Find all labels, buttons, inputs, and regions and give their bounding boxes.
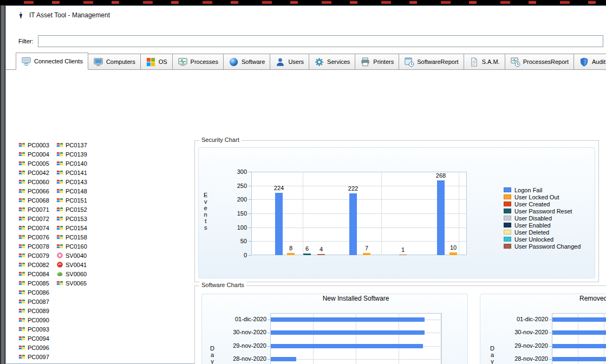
list-item[interactable]: SV0065 — [56, 278, 87, 288]
windows-flag-icon — [18, 141, 25, 148]
list-item[interactable]: PC0074 — [18, 223, 49, 232]
list-item[interactable]: PC0151 — [56, 196, 87, 205]
list-item[interactable]: PC0066 — [18, 186, 49, 196]
list-item[interactable]: PC0005 — [18, 159, 49, 168]
client-name: PC0071 — [28, 206, 49, 213]
list-item[interactable]: PC0096 — [18, 343, 49, 352]
list-item[interactable]: PC0160 — [56, 242, 87, 251]
tab-processes[interactable]: Processes — [173, 54, 224, 70]
list-item[interactable]: PC0140 — [56, 159, 87, 168]
legend-item: User Locked Out — [504, 194, 581, 200]
list-item[interactable]: PC0158 — [56, 232, 87, 242]
app-icon — [17, 11, 25, 20]
y-axis-title-letter: E — [204, 192, 207, 198]
list-item[interactable]: PC0079 — [18, 251, 49, 260]
filter-input[interactable] — [38, 35, 604, 47]
list-item[interactable]: PC0085 — [18, 278, 49, 288]
tab-software[interactable]: Software — [224, 54, 270, 70]
list-item[interactable]: PC0082 — [18, 260, 49, 269]
y-axis-tick — [249, 227, 251, 228]
list-item[interactable]: PC0154 — [56, 223, 87, 232]
windows-flag-icon — [56, 169, 63, 176]
windows-flag-icon — [18, 280, 25, 287]
tab-audit[interactable]: Audit — [574, 54, 606, 70]
list-item[interactable]: PC0003 — [18, 140, 49, 150]
y-axis-title: Days — [210, 345, 214, 364]
list-item[interactable]: SV0040 — [56, 251, 87, 260]
gridline — [441, 313, 442, 364]
chart-bar — [449, 252, 457, 255]
tab-os[interactable]: OS — [141, 54, 173, 70]
y-axis-title-letter: a — [491, 352, 494, 358]
list-item[interactable]: PC0094 — [18, 334, 49, 343]
list-item[interactable]: PC0084 — [18, 269, 49, 278]
list-item[interactable]: PC0152 — [56, 205, 87, 214]
y-axis-tick — [549, 359, 552, 360]
y-axis-title-letter: t — [205, 218, 206, 224]
list-item[interactable]: PC0068 — [18, 196, 49, 205]
list-item[interactable]: PC0060 — [18, 177, 49, 186]
monitor-icon — [93, 57, 103, 67]
tab-connected-clients[interactable]: Connected Clients — [16, 53, 88, 70]
windows-flag-icon — [18, 160, 25, 167]
tab-s-a-m[interactable]: S.A.M. — [464, 54, 505, 70]
windows-flag-icon — [18, 215, 25, 222]
window-title: IT Asset Tool - Management — [29, 11, 110, 19]
windows-flag-icon — [18, 206, 25, 213]
legend-label: User Locked Out — [514, 194, 559, 200]
list-item[interactable]: PC0078 — [18, 242, 49, 251]
top-strip-red-dashes — [0, 1, 606, 4]
list-item[interactable]: PC0139 — [56, 150, 87, 159]
list-item[interactable]: PC0004 — [18, 150, 49, 159]
legend-item: User Disabled — [504, 215, 581, 221]
list-item[interactable]: PC0086 — [18, 288, 49, 297]
client-name: PC0090 — [28, 317, 49, 323]
legend-item: User Password Changed — [504, 243, 581, 249]
tab-services[interactable]: Services — [309, 54, 355, 70]
y-axis-tick-label: 250 — [230, 183, 247, 189]
tab-users[interactable]: Users — [270, 54, 309, 70]
title-bar[interactable]: IT Asset Tool - Management — [6, 6, 606, 24]
list-item[interactable]: PC0089 — [18, 306, 49, 315]
windows-flag-icon — [18, 178, 25, 185]
list-item[interactable]: PC0087 — [18, 297, 49, 306]
list-item[interactable]: PC0137 — [56, 140, 87, 150]
pink-ring-icon — [56, 252, 63, 259]
windows-flag-icon — [56, 233, 63, 240]
list-item[interactable]: PC0076 — [18, 232, 49, 242]
monitor-pulse-icon — [178, 57, 188, 67]
client-name: SV0040 — [66, 252, 87, 259]
list-item[interactable]: PC0153 — [56, 214, 87, 223]
y-axis-tick — [249, 255, 251, 256]
list-item[interactable]: PC0093 — [18, 324, 49, 334]
client-name: PC0140 — [66, 160, 87, 167]
security-chart: 0501001502002503002248642227126810Events… — [195, 141, 598, 282]
tab-softwarereport[interactable]: SoftwareReport — [399, 54, 464, 70]
list-item[interactable]: SV0060 — [56, 269, 87, 278]
list-item[interactable]: SV0041 — [56, 260, 87, 269]
client-name: PC0005 — [28, 160, 49, 167]
list-item[interactable]: PC0148 — [56, 186, 87, 196]
y-axis-tick-label: 50 — [230, 238, 247, 244]
gridline — [251, 227, 467, 228]
list-item[interactable]: PC0042 — [18, 168, 49, 177]
windows-flag-icon — [18, 169, 25, 176]
tab-computers[interactable]: Computers — [88, 54, 141, 70]
y-axis-tick-label: 150 — [230, 210, 247, 217]
list-item[interactable]: PC0141 — [56, 168, 87, 177]
chart-legend: Logon FailUser Locked OutUser CreatedUse… — [504, 187, 581, 249]
list-item[interactable]: PC0072 — [18, 214, 49, 223]
list-item[interactable]: PC0090 — [18, 315, 49, 324]
list-item[interactable]: PC0071 — [18, 205, 49, 214]
list-item[interactable]: PC0143 — [56, 177, 87, 186]
software-orb-icon — [229, 57, 239, 67]
list-item[interactable]: PC0120 — [18, 361, 49, 364]
y-axis-title-letter: y — [211, 358, 214, 364]
client-name: SV0041 — [66, 262, 87, 268]
y-axis-tick — [268, 333, 270, 333]
list-item[interactable]: PC0097 — [18, 352, 49, 361]
tab-printers[interactable]: Printers — [355, 54, 399, 70]
chart-bar — [271, 357, 296, 361]
tab-processesreport[interactable]: ProcessesReport — [505, 54, 574, 70]
y-axis-title-letter: s — [204, 224, 207, 231]
